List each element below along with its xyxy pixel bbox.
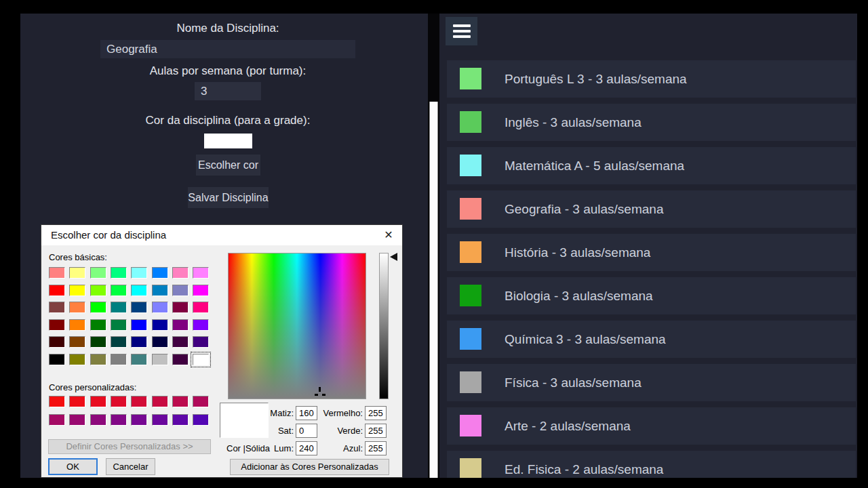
custom-color-swatch[interactable] xyxy=(152,414,168,426)
basic-color-swatch[interactable] xyxy=(111,354,127,365)
list-item[interactable]: Física - 3 aulas/semana xyxy=(447,364,856,401)
basic-color-swatch[interactable] xyxy=(172,302,189,313)
basic-color-swatch[interactable] xyxy=(69,354,85,365)
hamburger-menu-icon xyxy=(453,35,471,38)
basic-color-swatch[interactable] xyxy=(193,302,209,313)
basic-color-swatch[interactable] xyxy=(69,267,85,279)
red-input[interactable]: 255 xyxy=(365,406,387,420)
basic-color-swatch[interactable] xyxy=(49,336,65,348)
basic-color-swatch[interactable] xyxy=(49,267,65,279)
basic-color-swatch[interactable] xyxy=(49,285,65,296)
basic-color-swatch[interactable] xyxy=(193,285,209,296)
basic-color-swatch[interactable] xyxy=(131,336,147,348)
basic-color-swatch[interactable] xyxy=(90,285,106,296)
basic-color-swatch[interactable] xyxy=(193,319,209,331)
basic-color-swatch[interactable] xyxy=(111,336,127,348)
basic-color-swatch[interactable] xyxy=(131,267,147,279)
basic-color-swatch[interactable] xyxy=(172,267,189,279)
right-edge xyxy=(857,14,868,478)
list-item[interactable]: Matemática A - 5 aulas/semana xyxy=(447,147,856,184)
basic-color-swatch[interactable] xyxy=(131,285,147,296)
scrollbar-thumb[interactable] xyxy=(429,102,438,478)
add-to-custom-colors-button[interactable]: Adicionar às Cores Personalizadas xyxy=(230,459,389,475)
custom-color-swatch[interactable] xyxy=(90,396,106,407)
custom-color-swatch[interactable] xyxy=(152,396,168,407)
basic-color-swatch[interactable] xyxy=(172,354,189,365)
custom-color-swatch[interactable] xyxy=(111,396,127,407)
basic-color-swatch[interactable] xyxy=(90,302,106,313)
basic-color-swatch[interactable] xyxy=(172,319,189,331)
blue-input[interactable]: 255 xyxy=(365,441,387,455)
basic-color-swatch[interactable] xyxy=(90,336,106,348)
custom-color-swatch[interactable] xyxy=(193,414,209,426)
basic-color-swatch[interactable] xyxy=(90,319,106,331)
color-label: Cor da disciplina (para a grade): xyxy=(92,114,363,127)
basic-color-swatch[interactable] xyxy=(111,285,127,296)
luminance-slider[interactable] xyxy=(379,253,389,399)
basic-color-swatch[interactable] xyxy=(131,319,147,331)
green-input[interactable]: 255 xyxy=(365,424,387,438)
basic-color-swatch[interactable] xyxy=(69,319,85,331)
weekly-classes-input[interactable]: 3 xyxy=(195,82,261,100)
custom-color-swatch[interactable] xyxy=(69,414,85,426)
custom-color-swatch[interactable] xyxy=(172,414,189,426)
basic-color-swatch[interactable] xyxy=(90,267,106,279)
custom-color-swatch[interactable] xyxy=(69,396,85,407)
basic-color-swatch[interactable] xyxy=(172,336,189,348)
list-item[interactable]: Geografia - 3 aulas/semana xyxy=(447,190,856,228)
basic-color-swatch[interactable] xyxy=(152,354,168,365)
basic-color-swatch[interactable] xyxy=(172,285,189,296)
basic-color-swatch[interactable] xyxy=(131,354,147,365)
list-item[interactable]: Ed. Fisica - 2 aulas/semana xyxy=(447,451,856,478)
basic-color-swatch[interactable] xyxy=(49,354,65,365)
dialog-titlebar[interactable]: Escolher cor da disciplina ✕ xyxy=(41,225,402,245)
basic-color-swatch[interactable] xyxy=(111,302,127,313)
custom-color-swatch[interactable] xyxy=(49,396,65,407)
choose-color-button[interactable]: Escolher cor xyxy=(196,155,260,176)
ok-button[interactable]: OK xyxy=(48,458,98,475)
list-item[interactable]: Arte - 2 aulas/semana xyxy=(447,407,856,445)
list-item[interactable]: Biologia - 3 aulas/semana xyxy=(447,277,856,314)
basic-color-swatch[interactable] xyxy=(49,319,65,331)
custom-color-swatch[interactable] xyxy=(193,396,209,407)
basic-color-swatch[interactable] xyxy=(152,336,168,348)
color-crosshair-marker[interactable] xyxy=(315,387,326,398)
basic-color-swatch[interactable] xyxy=(69,336,85,348)
basic-color-swatch[interactable] xyxy=(193,354,209,365)
hue-saturation-field[interactable] xyxy=(228,253,366,399)
subject-color-swatch xyxy=(460,155,481,176)
basic-color-swatch[interactable] xyxy=(152,319,168,331)
basic-color-swatch[interactable] xyxy=(111,319,127,331)
subject-label: História - 3 aulas/semana xyxy=(505,234,650,271)
basic-color-swatch[interactable] xyxy=(69,302,85,313)
cancel-button[interactable]: Cancelar xyxy=(106,458,155,475)
basic-color-swatch[interactable] xyxy=(152,267,168,279)
custom-color-swatch[interactable] xyxy=(131,396,147,407)
basic-color-swatch[interactable] xyxy=(131,302,147,313)
basic-color-swatch[interactable] xyxy=(152,285,168,296)
hamburger-menu-button[interactable] xyxy=(446,17,477,45)
list-item[interactable]: Química 3 - 3 aulas/semana xyxy=(447,321,856,358)
luminance-arrow-marker[interactable] xyxy=(390,253,397,261)
custom-color-swatch[interactable] xyxy=(172,396,189,407)
custom-color-swatch[interactable] xyxy=(49,414,65,426)
discipline-name-input[interactable]: Geografia xyxy=(100,40,355,58)
close-icon[interactable]: ✕ xyxy=(378,225,399,245)
basic-color-swatch[interactable] xyxy=(193,267,209,279)
custom-color-swatch[interactable] xyxy=(111,414,127,426)
basic-color-swatch[interactable] xyxy=(152,302,168,313)
list-item[interactable]: História - 3 aulas/semana xyxy=(447,234,856,271)
custom-color-swatch[interactable] xyxy=(90,414,106,426)
basic-color-swatch[interactable] xyxy=(111,267,127,279)
list-item[interactable]: Português L 3 - 3 aulas/semana xyxy=(447,60,856,98)
hue-label: Matiz: xyxy=(239,406,294,420)
save-discipline-button[interactable]: Salvar Disciplina xyxy=(188,187,269,208)
window-divider xyxy=(428,14,439,478)
basic-color-swatch[interactable] xyxy=(69,285,85,296)
basic-color-swatch[interactable] xyxy=(49,302,65,313)
list-item[interactable]: Inglês - 3 aulas/semana xyxy=(447,104,856,141)
custom-color-swatch[interactable] xyxy=(131,414,147,426)
subject-label: Física - 3 aulas/semana xyxy=(505,364,642,401)
basic-color-swatch[interactable] xyxy=(90,354,106,365)
basic-color-swatch[interactable] xyxy=(193,336,209,348)
